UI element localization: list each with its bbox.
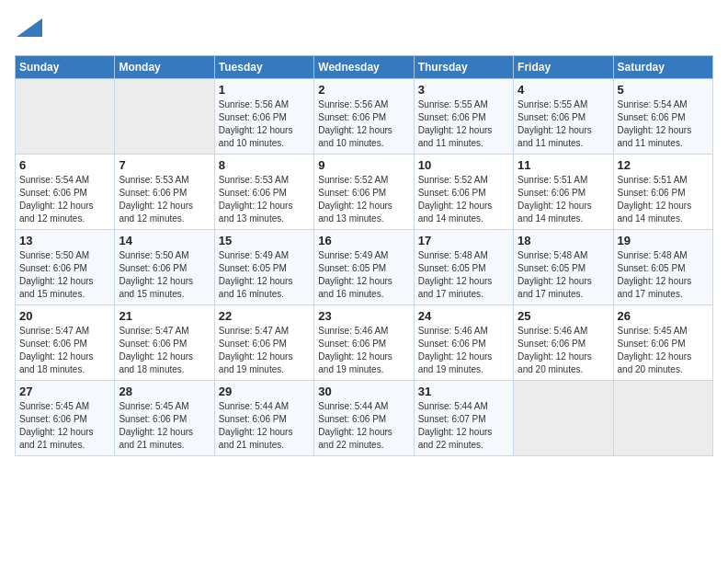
- day-detail: Sunrise: 5:48 AM Sunset: 6:05 PM Dayligh…: [418, 249, 509, 301]
- day-cell: 23Sunrise: 5:46 AM Sunset: 6:06 PM Dayli…: [314, 305, 414, 381]
- day-detail: Sunrise: 5:54 AM Sunset: 6:06 PM Dayligh…: [618, 98, 709, 150]
- day-cell: [16, 79, 115, 155]
- day-cell: 4Sunrise: 5:55 AM Sunset: 6:06 PM Daylig…: [514, 79, 613, 155]
- day-detail: Sunrise: 5:45 AM Sunset: 6:06 PM Dayligh…: [119, 400, 210, 452]
- day-number: 6: [19, 158, 110, 172]
- day-detail: Sunrise: 5:48 AM Sunset: 6:05 PM Dayligh…: [618, 249, 709, 301]
- day-number: 1: [219, 83, 310, 97]
- day-cell: 21Sunrise: 5:47 AM Sunset: 6:06 PM Dayli…: [115, 305, 214, 381]
- day-detail: Sunrise: 5:47 AM Sunset: 6:06 PM Dayligh…: [19, 325, 110, 376]
- day-detail: Sunrise: 5:47 AM Sunset: 6:06 PM Dayligh…: [119, 325, 210, 376]
- day-cell: 3Sunrise: 5:55 AM Sunset: 6:06 PM Daylig…: [414, 79, 513, 155]
- day-cell: 9Sunrise: 5:52 AM Sunset: 6:06 PM Daylig…: [314, 155, 414, 230]
- day-cell: 8Sunrise: 5:53 AM Sunset: 6:06 PM Daylig…: [214, 155, 313, 230]
- day-detail: Sunrise: 5:51 AM Sunset: 6:06 PM Dayligh…: [618, 174, 709, 225]
- svg-marker-0: [17, 18, 42, 37]
- day-number: 20: [19, 309, 110, 323]
- day-number: 22: [219, 309, 310, 323]
- day-number: 15: [219, 234, 310, 247]
- day-cell: 12Sunrise: 5:51 AM Sunset: 6:06 PM Dayli…: [613, 155, 712, 230]
- day-cell: 20Sunrise: 5:47 AM Sunset: 6:06 PM Dayli…: [16, 305, 115, 381]
- day-number: 16: [318, 234, 409, 247]
- day-cell: 5Sunrise: 5:54 AM Sunset: 6:06 PM Daylig…: [613, 79, 712, 155]
- day-number: 5: [618, 83, 709, 97]
- day-cell: 18Sunrise: 5:48 AM Sunset: 6:05 PM Dayli…: [514, 230, 613, 305]
- day-number: 28: [119, 385, 210, 398]
- day-number: 18: [518, 234, 609, 247]
- day-detail: Sunrise: 5:45 AM Sunset: 6:06 PM Dayligh…: [618, 325, 709, 376]
- day-number: 26: [618, 309, 709, 323]
- day-number: 29: [219, 385, 310, 398]
- day-detail: Sunrise: 5:45 AM Sunset: 6:06 PM Dayligh…: [19, 400, 110, 452]
- day-detail: Sunrise: 5:46 AM Sunset: 6:06 PM Dayligh…: [518, 325, 609, 376]
- day-number: 25: [518, 309, 609, 323]
- header-cell-thursday: Thursday: [414, 56, 513, 79]
- header-row: SundayMondayTuesdayWednesdayThursdayFrid…: [16, 56, 713, 79]
- day-detail: Sunrise: 5:50 AM Sunset: 6:06 PM Dayligh…: [19, 249, 110, 301]
- header-cell-sunday: Sunday: [16, 56, 115, 79]
- day-detail: Sunrise: 5:47 AM Sunset: 6:06 PM Dayligh…: [219, 325, 310, 376]
- day-detail: Sunrise: 5:46 AM Sunset: 6:06 PM Dayligh…: [318, 325, 409, 376]
- day-cell: 27Sunrise: 5:45 AM Sunset: 6:06 PM Dayli…: [16, 381, 115, 456]
- day-cell: 16Sunrise: 5:49 AM Sunset: 6:05 PM Dayli…: [314, 230, 414, 305]
- day-detail: Sunrise: 5:48 AM Sunset: 6:05 PM Dayligh…: [518, 249, 609, 301]
- day-cell: [613, 381, 712, 456]
- day-number: 8: [219, 158, 310, 172]
- week-row-5: 27Sunrise: 5:45 AM Sunset: 6:06 PM Dayli…: [16, 381, 713, 456]
- week-row-2: 6Sunrise: 5:54 AM Sunset: 6:06 PM Daylig…: [16, 155, 713, 230]
- day-cell: 17Sunrise: 5:48 AM Sunset: 6:05 PM Dayli…: [414, 230, 513, 305]
- day-detail: Sunrise: 5:50 AM Sunset: 6:06 PM Dayligh…: [119, 249, 210, 301]
- day-detail: Sunrise: 5:56 AM Sunset: 6:06 PM Dayligh…: [318, 98, 409, 150]
- header-cell-wednesday: Wednesday: [314, 56, 414, 79]
- day-cell: 24Sunrise: 5:46 AM Sunset: 6:06 PM Dayli…: [414, 305, 513, 381]
- day-cell: 14Sunrise: 5:50 AM Sunset: 6:06 PM Dayli…: [115, 230, 214, 305]
- day-detail: Sunrise: 5:44 AM Sunset: 6:06 PM Dayligh…: [219, 400, 310, 452]
- day-detail: Sunrise: 5:54 AM Sunset: 6:06 PM Dayligh…: [19, 174, 110, 225]
- day-detail: Sunrise: 5:49 AM Sunset: 6:05 PM Dayligh…: [219, 249, 310, 301]
- day-cell: 26Sunrise: 5:45 AM Sunset: 6:06 PM Dayli…: [613, 305, 712, 381]
- day-cell: 10Sunrise: 5:52 AM Sunset: 6:06 PM Dayli…: [414, 155, 513, 230]
- day-number: 12: [618, 158, 709, 172]
- logo: [15, 15, 42, 44]
- header-cell-friday: Friday: [514, 56, 613, 79]
- day-detail: Sunrise: 5:53 AM Sunset: 6:06 PM Dayligh…: [219, 174, 310, 225]
- week-row-4: 20Sunrise: 5:47 AM Sunset: 6:06 PM Dayli…: [16, 305, 713, 381]
- day-number: 31: [418, 385, 509, 398]
- calendar-body: 1Sunrise: 5:56 AM Sunset: 6:06 PM Daylig…: [16, 79, 713, 456]
- calendar-table: SundayMondayTuesdayWednesdayThursdayFrid…: [15, 55, 713, 456]
- day-detail: Sunrise: 5:55 AM Sunset: 6:06 PM Dayligh…: [518, 98, 609, 150]
- day-detail: Sunrise: 5:44 AM Sunset: 6:06 PM Dayligh…: [318, 400, 409, 452]
- day-number: 10: [418, 158, 509, 172]
- day-number: 19: [618, 234, 709, 247]
- day-number: 11: [518, 158, 609, 172]
- day-cell: 1Sunrise: 5:56 AM Sunset: 6:06 PM Daylig…: [214, 79, 313, 155]
- day-cell: 31Sunrise: 5:44 AM Sunset: 6:07 PM Dayli…: [414, 381, 513, 456]
- day-cell: 29Sunrise: 5:44 AM Sunset: 6:06 PM Dayli…: [214, 381, 313, 456]
- calendar-header: SundayMondayTuesdayWednesdayThursdayFrid…: [16, 56, 713, 79]
- day-cell: 25Sunrise: 5:46 AM Sunset: 6:06 PM Dayli…: [514, 305, 613, 381]
- day-cell: 7Sunrise: 5:53 AM Sunset: 6:06 PM Daylig…: [115, 155, 214, 230]
- page-header: [15, 15, 713, 44]
- day-detail: Sunrise: 5:55 AM Sunset: 6:06 PM Dayligh…: [418, 98, 509, 150]
- day-cell: [115, 79, 214, 155]
- header-cell-saturday: Saturday: [613, 56, 712, 79]
- header-cell-monday: Monday: [115, 56, 214, 79]
- day-number: 2: [318, 83, 409, 97]
- day-detail: Sunrise: 5:53 AM Sunset: 6:06 PM Dayligh…: [119, 174, 210, 225]
- day-number: 24: [418, 309, 509, 323]
- day-number: 7: [119, 158, 210, 172]
- day-number: 27: [19, 385, 110, 398]
- day-number: 21: [119, 309, 210, 323]
- header-cell-tuesday: Tuesday: [214, 56, 313, 79]
- week-row-1: 1Sunrise: 5:56 AM Sunset: 6:06 PM Daylig…: [16, 79, 713, 155]
- day-cell: 2Sunrise: 5:56 AM Sunset: 6:06 PM Daylig…: [314, 79, 414, 155]
- day-detail: Sunrise: 5:49 AM Sunset: 6:05 PM Dayligh…: [318, 249, 409, 301]
- day-cell: 28Sunrise: 5:45 AM Sunset: 6:06 PM Dayli…: [115, 381, 214, 456]
- day-detail: Sunrise: 5:56 AM Sunset: 6:06 PM Dayligh…: [219, 98, 310, 150]
- day-detail: Sunrise: 5:52 AM Sunset: 6:06 PM Dayligh…: [318, 174, 409, 225]
- day-detail: Sunrise: 5:44 AM Sunset: 6:07 PM Dayligh…: [418, 400, 509, 452]
- logo-icon: [17, 15, 42, 40]
- day-detail: Sunrise: 5:51 AM Sunset: 6:06 PM Dayligh…: [518, 174, 609, 225]
- day-detail: Sunrise: 5:52 AM Sunset: 6:06 PM Dayligh…: [418, 174, 509, 225]
- day-cell: 13Sunrise: 5:50 AM Sunset: 6:06 PM Dayli…: [16, 230, 115, 305]
